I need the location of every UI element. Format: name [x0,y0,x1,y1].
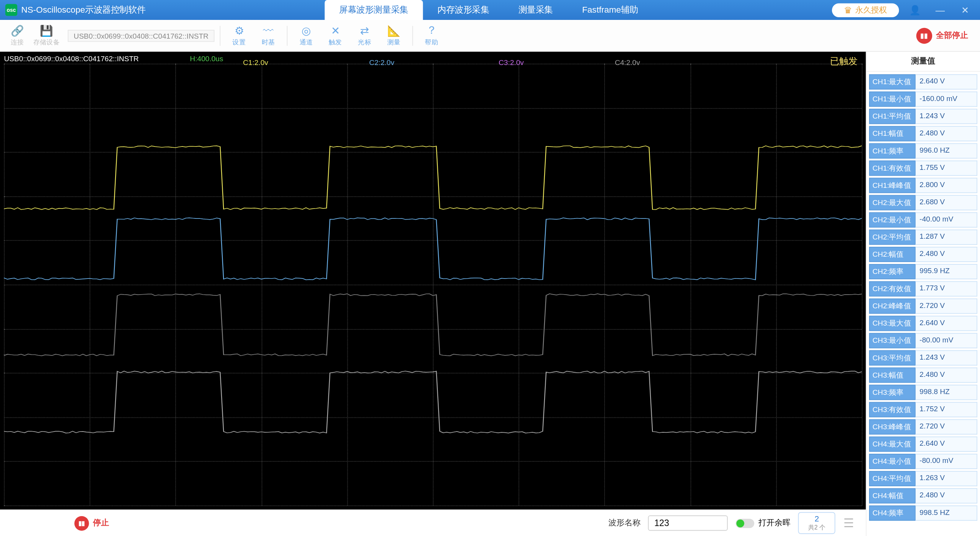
trigger-icon: ✕ [331,24,340,37]
license-badge[interactable]: ♛永久授权 [832,3,899,17]
measurement-row: CH2:有效值1.773 V [869,281,977,297]
measurement-value: 2.720 V [916,419,977,435]
stop-all-button[interactable]: ▮▮全部停止 [916,28,968,44]
page-current: 2 [808,514,825,523]
page-indicator[interactable]: 2 共2 个 [798,512,835,534]
trigger-label: 触发 [329,37,342,47]
measurement-key: CH2:频率 [869,264,915,279]
toggle-switch-icon [736,518,755,528]
connect-button[interactable]: 🔗连接 [4,21,30,50]
measurement-value: 2.480 V [916,488,977,503]
trigger-button[interactable]: ✕触发 [322,21,349,50]
measure-button[interactable]: 📐测量 [380,21,407,50]
measurement-row: CH3:有效值1.752 V [869,402,977,417]
oscilloscope-display[interactable]: USB0::0x0699::0x0408::C041762::INSTR H:4… [0,52,866,509]
separator [287,26,288,46]
persistence-label: 打开余晖 [758,517,790,528]
measurement-value: 998.8 HZ [916,385,977,400]
help-icon: ？ [426,24,437,37]
measurement-row: CH4:平均值1.263 V [869,471,977,486]
pause-icon: ▮▮ [916,28,932,44]
measurement-value: 1.287 V [916,230,977,245]
close-button[interactable]: ✕ [956,5,975,15]
measurement-value: 2.680 V [916,195,977,210]
measurement-row: CH4:幅值2.480 V [869,488,977,503]
measurement-key: CH4:幅值 [869,488,915,503]
page-total: 共2 个 [808,523,825,532]
measurement-row: CH2:频率995.9 HZ [869,264,977,279]
crown-icon: ♛ [844,5,853,15]
scope-address: USB0::0x0699::0x0408::C041762::INSTR [4,54,139,62]
minimize-button[interactable]: — [931,5,950,15]
user-icon[interactable]: 👤 [906,5,925,15]
measurement-row: CH3:平均值1.243 V [869,350,977,366]
measurement-value: 2.800 V [916,178,977,193]
measurement-key: CH3:有效值 [869,402,915,417]
measurement-value: 1.263 V [916,471,977,486]
waveform-name-input[interactable] [648,515,728,531]
stop-button[interactable]: ▮▮停止 [74,516,109,530]
channel-label-2: C2:2.0v [369,59,395,67]
toolbar: 🔗连接 💾存储设备 USB0::0x0699::0x0408::C041762:… [0,20,980,52]
measurement-key: CH1:幅值 [869,126,915,141]
link-icon: 🔗 [11,24,24,37]
measurement-row: CH3:最大值2.640 V [869,316,977,331]
main-tab-2[interactable]: 测量采集 [504,0,568,20]
measurement-value: -160.00 mV [916,91,977,107]
separator [220,26,220,46]
main-tab-3[interactable]: Fastframe辅助 [567,0,653,20]
measurement-key: CH4:最小值 [869,454,915,469]
measurement-row: CH4:频率998.5 HZ [869,505,977,521]
measurement-value: -80.00 mV [916,454,977,469]
channel-label-4: C4:2.0v [615,59,640,67]
separator [413,26,413,46]
measurement-key: CH3:峰峰值 [869,419,915,435]
cursor-icon: ⇄ [360,24,369,37]
measurement-value: 2.480 V [916,126,977,141]
measurement-key: CH4:最大值 [869,437,915,452]
list-icon[interactable]: ☰ [843,516,858,530]
cursor-label: 光标 [358,37,371,47]
measurement-key: CH1:有效值 [869,161,915,176]
measurement-row: CH1:平均值1.243 V [869,109,977,124]
main-tabs: 屏幕波形测量采集内存波形采集测量采集Fastframe辅助 [324,0,653,20]
timebase-button[interactable]: 〰时基 [255,21,281,50]
measurement-row: CH3:幅值2.480 V [869,368,977,383]
measurement-row: CH2:平均值1.287 V [869,230,977,245]
measurement-row: CH1:最大值2.640 V [869,74,977,90]
title-bar: osc NS-Oscilloscope示波器控制软件 屏幕波形测量采集内存波形采… [0,0,980,20]
help-button[interactable]: ？帮助 [418,21,445,50]
settings-button[interactable]: ⚙设置 [226,21,252,50]
measurement-value: -40.00 mV [916,212,977,228]
app-logo-icon: osc [5,4,17,16]
measurements-panel: 测量值 CH1:最大值2.640 VCH1:最小值-160.00 mVCH1:平… [866,52,980,536]
measurement-row: CH3:频率998.8 HZ [869,385,977,400]
measure-label: 测量 [387,37,401,47]
measurement-value: 1.243 V [916,109,977,124]
channel-icon: ◎ [302,24,311,37]
persistence-toggle[interactable]: 打开余晖 [736,517,790,528]
measurement-key: CH4:平均值 [869,471,915,486]
measurement-value: 2.480 V [916,368,977,383]
measurement-row: CH1:最小值-160.00 mV [869,91,977,107]
measurement-row: CH1:峰峰值2.800 V [869,178,977,193]
measurement-key: CH2:平均值 [869,230,915,245]
measurement-value: 1.755 V [916,161,977,176]
channel-label: 通道 [300,37,313,47]
app-title: NS-Oscilloscope示波器控制软件 [21,4,146,16]
main-tab-0[interactable]: 屏幕波形测量采集 [324,0,423,20]
channel-button[interactable]: ◎通道 [293,21,319,50]
main-tab-1[interactable]: 内存波形采集 [423,0,504,20]
measurement-value: 2.640 V [916,316,977,331]
horizontal-scale-label: H:400.0us [190,54,223,62]
measurement-value: 2.720 V [916,298,977,314]
measurement-value: 2.640 V [916,437,977,452]
measurement-key: CH1:最大值 [869,74,915,90]
storage-button[interactable]: 💾存储设备 [33,21,60,50]
measurement-value: -80.00 mV [916,333,977,348]
measurement-key: CH4:频率 [869,505,915,521]
cursor-button[interactable]: ⇄光标 [351,21,378,50]
measurement-key: CH2:有效值 [869,281,915,297]
channel-label-1: C1:2.0v [243,59,268,67]
measurement-key: CH1:频率 [869,143,915,159]
